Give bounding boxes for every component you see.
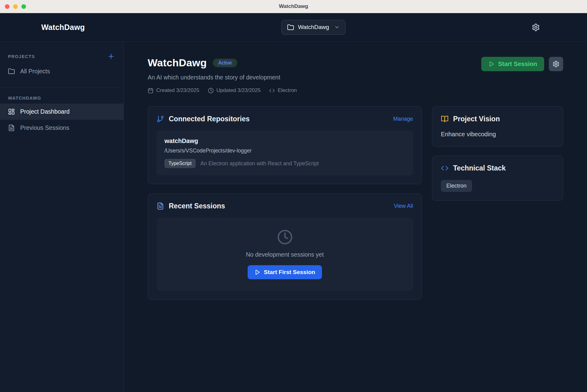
header-settings-button[interactable] [531, 23, 541, 32]
framework-label: Electron [278, 87, 297, 93]
sidebar-item-project-dashboard[interactable]: Project Dashboard [0, 104, 124, 120]
repository-name: watchDawg [164, 137, 405, 145]
repository-description: An Electron application with React and T… [201, 160, 319, 167]
card-title: Project Vision [453, 115, 554, 123]
sidebar-item-label: Previous Sessions [20, 124, 69, 131]
status-badge: Active [213, 59, 237, 67]
window-controls [5, 0, 26, 13]
view-all-sessions-link[interactable]: View All [394, 203, 413, 209]
window-titlebar: WatchDawg [0, 0, 587, 13]
project-vision-text: Enhance vibecoding [441, 131, 554, 138]
card-title: Recent Sessions [169, 202, 389, 210]
repository-path: /Users/s/VSCodeProjects/dev-logger [164, 148, 405, 154]
sidebar-item-all-projects[interactable]: All Projects [0, 63, 124, 79]
gear-icon [532, 23, 540, 31]
clock-icon [277, 229, 293, 245]
sessions-empty-state: No development sessions yet Start First … [157, 218, 413, 291]
app-header: WatchDawg WatchDawg [0, 13, 587, 42]
app-logo: WatchDawg [41, 23, 85, 31]
minimize-window-button[interactable] [13, 4, 18, 9]
project-vision-card: Project Vision Enhance vibecoding [432, 106, 563, 147]
play-icon [488, 61, 495, 67]
project-settings-button[interactable] [549, 57, 563, 71]
clock-icon [208, 88, 214, 93]
stack-item-badge: Electron [441, 180, 472, 192]
technical-stack-card: Technical Stack Electron [432, 156, 563, 201]
play-icon [254, 269, 260, 275]
page-title: WatchDawg [148, 57, 207, 69]
git-branch-icon [157, 115, 164, 123]
file-text-icon [157, 202, 164, 210]
project-selector-label: WatchDawg [298, 24, 329, 31]
empty-sessions-text: No development sessions yet [246, 251, 324, 258]
created-date: Created 3/23/2025 [156, 87, 199, 93]
recent-sessions-card: Recent Sessions View All No development … [148, 193, 422, 300]
file-text-icon [8, 124, 15, 131]
sidebar-item-previous-sessions[interactable]: Previous Sessions [0, 120, 124, 136]
repository-item[interactable]: watchDawg /Users/s/VSCodeProjects/dev-lo… [157, 130, 413, 175]
code-icon [441, 164, 449, 172]
dashboard-icon [8, 108, 15, 115]
gear-icon [552, 60, 559, 68]
sidebar-section-watchdawg: WATCHDAWG [8, 96, 41, 101]
card-title: Connected Repositories [169, 115, 389, 123]
connected-repositories-card: Connected Repositories Manage watchDawg … [148, 106, 422, 184]
calendar-icon [148, 88, 153, 93]
code-icon [269, 88, 275, 93]
start-session-button[interactable]: Start Session [481, 57, 544, 71]
updated-date: Updated 3/23/2025 [216, 87, 261, 93]
sidebar-item-label: All Projects [20, 68, 50, 75]
sidebar-item-label: Project Dashboard [20, 108, 70, 115]
project-description: An AI which understands the story of dev… [148, 74, 297, 81]
close-window-button[interactable] [5, 4, 9, 9]
folder-icon [8, 68, 15, 75]
sidebar-section-projects: PROJECTS [8, 54, 35, 59]
sidebar: PROJECTS All Projects WATCHDAWG Project … [0, 42, 124, 392]
add-project-button[interactable] [107, 53, 115, 60]
project-selector-dropdown[interactable]: WatchDawg [281, 20, 346, 35]
card-title: Technical Stack [453, 164, 554, 172]
language-badge: TypeScript [164, 159, 196, 168]
chevron-down-icon [334, 24, 340, 30]
book-open-icon [441, 115, 449, 123]
project-meta: Created 3/23/2025 Updated 3/23/2025 Elec… [148, 87, 297, 93]
maximize-window-button[interactable] [21, 4, 26, 9]
main-content: WatchDawg Active An AI which understands… [124, 42, 587, 392]
start-first-session-button[interactable]: Start First Session [248, 265, 322, 279]
window-title: WatchDawg [279, 3, 308, 9]
manage-repositories-link[interactable]: Manage [393, 116, 413, 122]
folder-icon [287, 24, 294, 31]
